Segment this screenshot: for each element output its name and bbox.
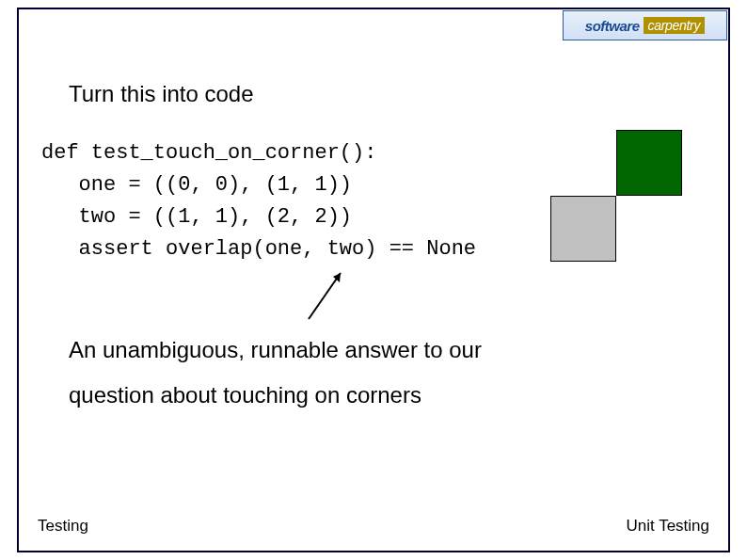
logo-main: software carpentry bbox=[564, 16, 726, 35]
svg-line-0 bbox=[309, 273, 341, 319]
square-upper-right bbox=[616, 130, 682, 196]
footer-right: Unit Testing bbox=[626, 517, 709, 536]
code-line-1: def test_touch_on_corner(): bbox=[41, 141, 376, 165]
explanation-line-2: question about touching on corners bbox=[69, 373, 482, 418]
software-carpentry-logo: software carpentry bbox=[563, 10, 727, 40]
code-block: def test_touch_on_corner(): one = ((0, 0… bbox=[41, 137, 476, 265]
code-line-3: two = ((1, 1), (2, 2)) bbox=[41, 205, 352, 229]
square-lower-left bbox=[550, 196, 616, 262]
logo-word-carpentry: carpentry bbox=[644, 17, 706, 34]
explanation-line-1: An unambiguous, runnable answer to our bbox=[69, 328, 482, 373]
logo-word-software: software bbox=[585, 18, 640, 34]
explanation-text: An unambiguous, runnable answer to our q… bbox=[69, 328, 482, 418]
arrow-icon bbox=[299, 267, 356, 324]
code-line-4: assert overlap(one, two) == None bbox=[41, 237, 476, 261]
slide-heading: Turn this into code bbox=[69, 81, 254, 107]
footer-left: Testing bbox=[38, 517, 88, 536]
code-line-2: one = ((0, 0), (1, 1)) bbox=[41, 173, 352, 197]
